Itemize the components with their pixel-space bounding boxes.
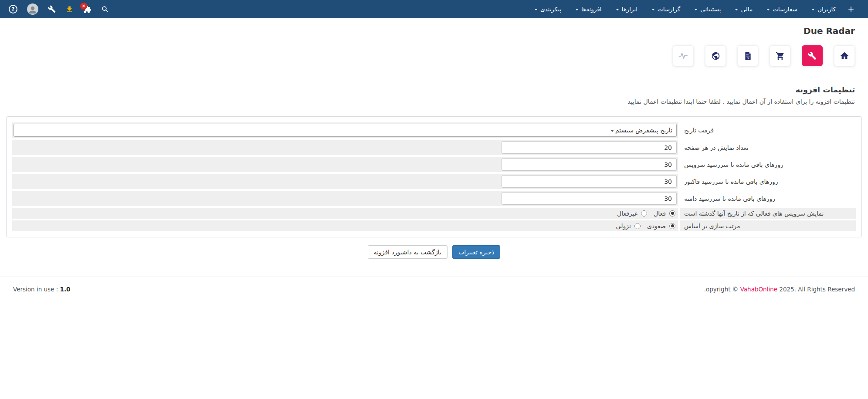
home-icon: [840, 51, 849, 61]
menu-label: سفارشات: [773, 6, 797, 13]
menu-label: افزونه‌ها: [581, 6, 601, 13]
alert-badge: ×: [80, 3, 87, 10]
svg-text:$: $: [747, 56, 749, 60]
per-page-input[interactable]: [502, 141, 677, 154]
date-format-select[interactable]: تاریخ پیشفرض سیستم: [14, 124, 677, 137]
radio-inactive[interactable]: [641, 210, 647, 216]
help-button[interactable]: ?: [9, 5, 17, 14]
table-row-date-format: فرمت تاریخ تاریخ پیشفرض سیستم: [12, 122, 856, 138]
wrench-icon: [48, 5, 56, 13]
copyright-suffix: 2025. All Rights Reserved: [777, 286, 855, 293]
addon-modules-button[interactable]: ×: [83, 5, 92, 14]
help-icon: ?: [9, 5, 17, 14]
search-button[interactable]: [101, 5, 109, 14]
chevron-down-icon: [766, 9, 770, 10]
quick-icons: ? ×: [9, 3, 109, 15]
settings-panel: فرمت تاریخ تاریخ پیشفرض سیستم تعداد نمای…: [6, 116, 862, 237]
field-label: روزهای باقی مانده تا سررسید فاکتور: [680, 174, 856, 189]
table-row-invoice-due-days: روزهای باقی مانده تا سررسید فاکتور: [12, 174, 856, 189]
copyright-prefix: .opyright ©: [704, 286, 740, 293]
field-label: تعداد نمایش در هر صفحه: [680, 140, 856, 155]
domain-due-days-input[interactable]: [502, 192, 677, 205]
settings-table: فرمت تاریخ تاریخ پیشفرض سیستم تعداد نمای…: [10, 121, 858, 233]
radio-label: صعودی: [647, 223, 666, 230]
chevron-down-icon: [694, 9, 698, 10]
chevron-down-icon: [610, 130, 614, 132]
table-row-service-due-days: روزهای باقی مانده تا سررسید سرویس: [12, 157, 856, 172]
field-label: مرتب سازی بر اساس: [680, 220, 856, 231]
chevron-down-icon: [735, 9, 738, 10]
toolbar-home-button[interactable]: [834, 45, 855, 66]
save-button[interactable]: ذخیره تغییرات: [452, 245, 501, 259]
table-row-show-expired-active: نمایش سرویس های فعالی که از تاریخ آنها گ…: [12, 208, 856, 219]
chevron-down-icon: [616, 9, 619, 10]
radio-label: نزولی: [616, 223, 631, 230]
chevron-down-icon: [534, 9, 538, 10]
chevron-down-icon: [651, 9, 655, 10]
radio-ascending[interactable]: [669, 223, 675, 229]
settings-section-head: تنظیمات افزونه تنظیمات افزونه را برای اس…: [13, 85, 855, 105]
download-icon: [65, 5, 74, 14]
cart-icon: [776, 51, 785, 61]
copyright-text: .opyright © VahabOnline 2025. All Rights…: [704, 286, 855, 293]
field-label: روزهای باقی مانده تا سررسید سرویس: [680, 157, 856, 172]
add-new-button[interactable]: [844, 0, 858, 18]
menu-item-orders[interactable]: سفارشات: [760, 0, 804, 18]
menu-label: پشتیبانی: [700, 6, 721, 13]
sort-order-radio-group: صعودی نزولی: [14, 223, 677, 230]
user-silhouette-icon: [27, 4, 38, 15]
menu-item-reports[interactable]: گزارشات: [645, 0, 686, 18]
avatar[interactable]: [27, 3, 38, 15]
menu-label: پیکربندی: [540, 6, 561, 13]
field-label: روزهای باقی مانده تا سررسید دامنه: [680, 191, 856, 206]
toolbar-cart-button[interactable]: [770, 45, 790, 66]
main-menu: کاربران سفارشات مالی پشتیبانی گزارشات اب…: [528, 0, 858, 18]
back-to-dashboard-button[interactable]: بازگشت به داشبورد افزونه: [368, 245, 448, 259]
chevron-down-icon: [811, 9, 815, 10]
form-actions: ذخیره تغییرات بازگشت به داشبورد افزونه: [0, 245, 868, 259]
wrench-icon: [808, 51, 817, 60]
menu-label: ابزارها: [622, 6, 637, 13]
radio-label: غیرفعال: [617, 210, 637, 217]
table-row-domain-due-days: روزهای باقی مانده تا سررسید دامنه: [12, 191, 856, 206]
addon-toolbar: $: [13, 45, 855, 66]
show-expired-radio-group: فعال غیرفعال: [14, 210, 677, 217]
plus-icon: [847, 5, 855, 14]
chevron-down-icon: [575, 9, 579, 10]
toolbar-invoices-button[interactable]: $: [737, 45, 758, 66]
menu-item-billing[interactable]: مالی: [729, 0, 759, 18]
version-label: Version in use :: [13, 286, 58, 293]
top-navbar: کاربران سفارشات مالی پشتیبانی گزارشات اب…: [0, 0, 868, 18]
field-label: فرمت تاریخ: [680, 122, 856, 138]
field-label: نمایش سرویس های فعالی که از تاریخ آنها گ…: [680, 208, 856, 219]
menu-item-users[interactable]: کاربران: [805, 0, 842, 18]
invoice-due-days-input[interactable]: [502, 175, 677, 188]
search-icon: [101, 5, 109, 14]
settings-subtitle: تنظیمات افزونه را برای استفاده از آن اعم…: [13, 98, 855, 105]
menu-item-addons[interactable]: افزونه‌ها: [569, 0, 607, 18]
radio-active[interactable]: [669, 210, 675, 216]
radio-descending[interactable]: [634, 223, 641, 229]
page-footer: Version in use : 1.0 .opyright © VahabOn…: [0, 277, 868, 319]
toolbar-settings-button[interactable]: [802, 45, 823, 66]
vahabonline-link[interactable]: VahabOnline: [740, 286, 777, 293]
radio-label: فعال: [654, 210, 666, 217]
page-title: Due Radar: [13, 26, 855, 36]
settings-heading: تنظیمات افزونه: [13, 85, 855, 94]
system-tools-button[interactable]: [48, 5, 56, 13]
menu-item-support[interactable]: پشتیبانی: [688, 0, 727, 18]
toolbar-domains-button[interactable]: [705, 45, 726, 66]
menu-item-utilities[interactable]: ابزارها: [610, 0, 644, 18]
toolbar-status-button[interactable]: [673, 45, 694, 66]
globe-icon: [711, 51, 720, 61]
select-value: تاریخ پیشفرض سیستم: [615, 127, 672, 134]
version-text: Version in use : 1.0: [13, 286, 71, 293]
file-invoice-dollar-icon: $: [743, 51, 753, 61]
table-row-sort-order: مرتب سازی بر اساس صعودی نزولی: [12, 220, 856, 231]
menu-label: گزارشات: [658, 6, 680, 13]
menu-item-setup[interactable]: پیکربندی: [528, 0, 567, 18]
menu-label: مالی: [741, 6, 753, 13]
updates-download-button[interactable]: [65, 5, 74, 14]
pulse-icon: [678, 51, 688, 61]
service-due-days-input[interactable]: [502, 158, 677, 171]
